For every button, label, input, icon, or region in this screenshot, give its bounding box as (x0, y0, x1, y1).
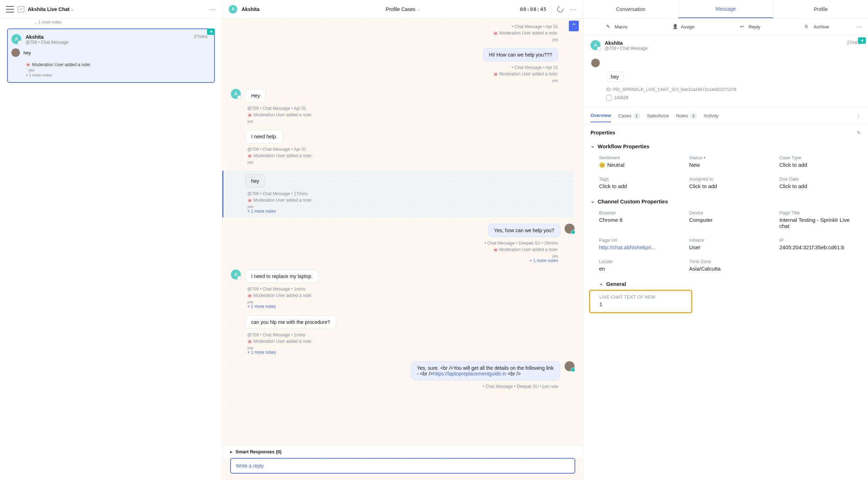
note-quote: yes (247, 346, 575, 350)
msg-meta: • Chat Message • Deepak SU • 20mins (231, 241, 558, 246)
reply-icon (740, 24, 746, 30)
note-quote: yes (231, 254, 558, 258)
workflow-section-header[interactable]: Workflow Properties (583, 140, 868, 152)
prop-status[interactable]: Status•New (689, 155, 771, 168)
truncated-notes: ... 1 more notes (0, 18, 222, 27)
profile-cases-dropdown[interactable]: Profile Cases ⌄ (386, 6, 419, 12)
prop-timezone: Time ZoneAsia/Calcutta (689, 259, 771, 272)
moderation-icon: M (247, 113, 252, 118)
customer-message-selected[interactable]: hey (245, 174, 265, 188)
top-tabs: Conversation Message Profile (583, 0, 868, 18)
note-quote: yes (247, 300, 575, 304)
msg-meta: @709 • Chat Message • Apr 01 (247, 106, 575, 111)
agent-message[interactable]: Yes, sure. <br />You will get all the de… (411, 361, 560, 380)
prop-browser: BrowserChrome 8 (599, 210, 681, 229)
user-icon (672, 24, 678, 30)
subtab-salesforce[interactable]: Salesforce (647, 109, 669, 122)
more-notes-link[interactable]: + 1 more notes (247, 209, 575, 214)
customer-message[interactable]: I need help. (245, 130, 283, 143)
queue-dropdown[interactable]: Akshita Live Chat ⌄ (28, 6, 74, 12)
required-dot: • (704, 155, 705, 160)
more-notes-link[interactable]: + 1 more notes (247, 304, 575, 309)
moderation-icon: M (247, 293, 252, 298)
smart-responses-toggle[interactable]: Smart Responses (0) (222, 445, 583, 458)
agent-message[interactable]: Yes, how can we help you? (488, 224, 560, 237)
subtab-activity[interactable]: Activity (704, 109, 718, 122)
customer-message[interactable]: can you hlp me with the procedure? (245, 315, 336, 329)
wand-icon (606, 24, 612, 30)
subtab-cases[interactable]: Cases1 (618, 109, 640, 122)
customer-message[interactable]: Hey (245, 89, 266, 102)
general-section-header[interactable]: General (583, 278, 868, 290)
tab-profile[interactable]: Profile (773, 0, 868, 18)
channel-section-header[interactable]: Channel Custom Properties (583, 196, 868, 207)
reply-action[interactable]: Reply (717, 18, 784, 35)
sprinklr-case-id[interactable]: 143629 (606, 95, 628, 101)
assign-action[interactable]: Assign (650, 18, 717, 35)
msg-meta: • Chat Message • Apr 01 (231, 65, 558, 70)
scroll-top-button[interactable] (569, 21, 579, 31)
msg-meta: • Chat Message • Deepak SU • just now (231, 384, 558, 389)
chat-person: Akshita (242, 6, 260, 12)
msg-meta: @709 • Chat Message • 1mins (247, 332, 575, 337)
note-quote: yes (247, 204, 575, 209)
note-label: Moderation User added a note: (32, 62, 91, 67)
subtab-overview[interactable]: Overview (591, 109, 611, 122)
notes-count: 2 (690, 113, 697, 118)
chat-scroll[interactable]: • Chat Message • Apr 01 M Moderation Use… (222, 18, 583, 445)
archive-icon (805, 24, 811, 30)
prop-due-date[interactable]: Due DateClick to add (779, 176, 861, 189)
presence-dot (18, 41, 22, 45)
macro-action[interactable]: Macro (583, 18, 650, 35)
moderation-icon: M (26, 62, 31, 67)
prop-tags[interactable]: TagsClick to add (599, 176, 681, 189)
more-notes-link[interactable]: + 1 more notes (247, 350, 575, 355)
menu-icon[interactable] (6, 6, 14, 12)
agent-message[interactable]: Hi! How can we help you??? (483, 48, 558, 62)
conversation-card[interactable]: A Akshita @709 • Chat Message 27mins hey… (7, 28, 215, 83)
case-icon (606, 95, 612, 101)
refresh-icon[interactable] (556, 5, 565, 14)
agent-avatar (565, 361, 575, 371)
sub-tabs: Overview Cases1 Salesforce Notes2 Activi… (583, 107, 868, 125)
archive-action[interactable]: Archive (784, 18, 851, 35)
moderation-icon: M (247, 198, 252, 203)
info-sub: @709 • Chat Message (605, 46, 647, 51)
more-icon[interactable]: ⋯ (570, 5, 577, 13)
chevron-down-icon: ⌄ (71, 7, 74, 11)
action-row: Macro Assign Reply Archive ⋯ (583, 18, 868, 35)
custom-field-highlight: LIVE CHAT TEXT CF NEW 1 (589, 290, 692, 313)
card-collapse-icon[interactable] (207, 28, 215, 35)
prop-sentiment[interactable]: SentimentNeutral (599, 155, 681, 168)
select-all-checkbox[interactable] (18, 6, 24, 12)
workflow-properties: SentimentNeutral Status•New Case TypeCli… (583, 152, 868, 196)
chat-panel: A Akshita Profile Cases ⌄ 00:08:45 ⋯ • C… (222, 0, 583, 480)
prop-page-url[interactable]: Page Urlhttp://chat.abhishekpri... (599, 238, 681, 250)
note-quote: yes (26, 68, 208, 72)
cf-label: LIVE CHAT TEXT CF NEW (599, 294, 686, 300)
tab-message[interactable]: Message (678, 0, 773, 18)
reply-input[interactable]: Write a reply (230, 458, 575, 474)
msg-meta: @709 • Chat Message • 27mins (247, 191, 575, 196)
edit-properties-icon[interactable] (857, 130, 861, 135)
prop-assigned[interactable]: Assigned toClick to add (689, 176, 771, 189)
more-notes-link[interactable]: + 1 more notes (231, 258, 558, 263)
card-preview: hey (23, 50, 31, 55)
note-quote: yes (247, 160, 575, 164)
more-action[interactable]: ⋯ (850, 18, 868, 35)
info-name: Akshita (605, 40, 647, 46)
note-quote: yes (552, 37, 558, 42)
card-time: 27mins (194, 34, 208, 39)
more-icon[interactable]: ⋯ (210, 5, 216, 13)
msg-meta: • Chat Message • Apr 01 (231, 24, 558, 29)
reply-link[interactable]: https://laptopreplacementguide.in (433, 371, 506, 377)
subtab-notes[interactable]: Notes2 (676, 109, 697, 122)
subtab-more-icon[interactable]: ⋮ (856, 113, 861, 118)
prop-case-type[interactable]: Case TypeClick to add (779, 155, 861, 168)
cf-value: 1 (599, 301, 686, 307)
cases-count: 1 (634, 113, 640, 118)
tab-conversation[interactable]: Conversation (583, 0, 678, 18)
msg-meta: @709 • Chat Message • Apr 01 (247, 147, 575, 152)
customer-message[interactable]: I need to replace my laptop. (245, 270, 319, 283)
card-collapse-icon[interactable] (858, 37, 866, 44)
